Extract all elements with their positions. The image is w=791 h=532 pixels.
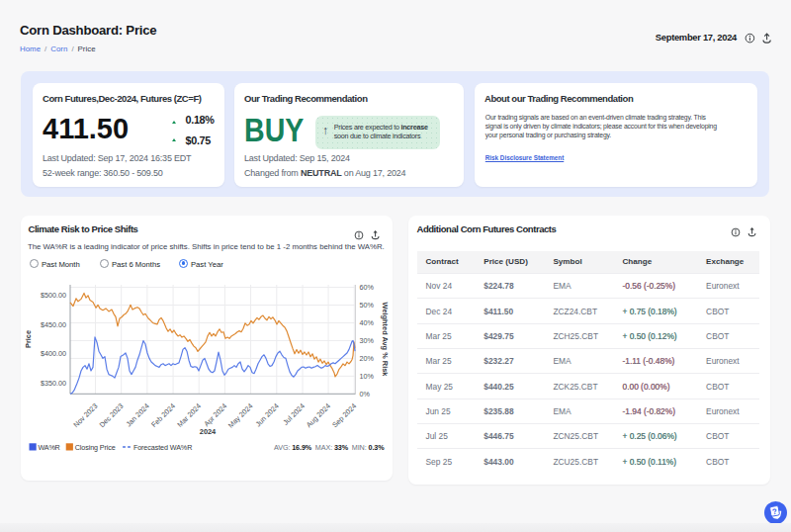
svg-text:Weighted Avg % Risk: Weighted Avg % Risk [381,303,390,378]
svg-text:$450.00: $450.00 [41,320,66,329]
svg-text:Apr 2024: Apr 2024 [202,401,228,428]
svg-text:Forecasted WA%R: Forecasted WA%R [133,443,192,452]
svg-text:Sep 2024: Sep 2024 [330,401,358,429]
svg-text:Jun 2024: Jun 2024 [253,401,280,428]
svg-text:20%: 20% [360,354,375,363]
svg-text:$500.00: $500.00 [41,291,66,300]
svg-text:$350.00: $350.00 [41,379,66,388]
svg-text:10%: 10% [360,372,375,381]
svg-text:60%: 60% [360,283,375,292]
svg-text:Feb 2024: Feb 2024 [149,401,177,429]
svg-text:Jan 2024: Jan 2024 [125,401,151,428]
svg-text:WA%R: WA%R [39,443,60,452]
svg-text:2024: 2024 [200,427,217,436]
svg-text:Nov 2023: Nov 2023 [71,401,99,429]
svg-text:Closing Price: Closing Price [75,443,116,452]
svg-text:Jul 2024: Jul 2024 [281,401,307,427]
svg-text:40%: 40% [360,318,375,327]
svg-text:Dec 2023: Dec 2023 [97,401,125,429]
svg-text:Mar 2024: Mar 2024 [175,401,203,429]
svg-text:30%: 30% [360,336,375,345]
svg-text:May 2024: May 2024 [226,401,255,430]
svg-text:0%: 0% [360,390,371,399]
svg-text:50%: 50% [360,301,375,310]
svg-text:Aug 2024: Aug 2024 [305,401,332,429]
svg-text:AVG: 16.9% MAX: 33% MIN: 0.3: AVG: 16.9% MAX: 33% MIN: 0.3% [274,443,385,452]
svg-text:Price: Price [24,330,33,348]
svg-text:$400.00: $400.00 [41,349,66,358]
